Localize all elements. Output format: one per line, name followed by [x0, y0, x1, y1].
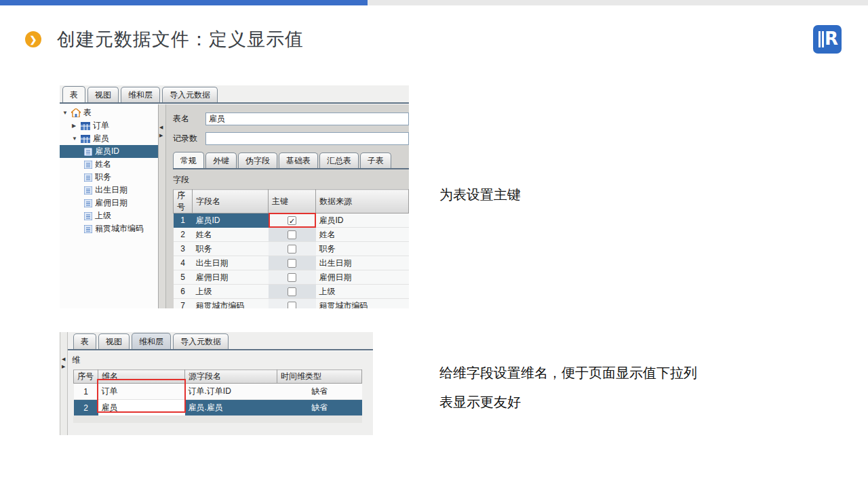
- field-icon: [84, 199, 92, 207]
- subtab-foreign-key[interactable]: 外键: [205, 152, 237, 168]
- col-header-primary-key[interactable]: 主键: [269, 190, 316, 214]
- subtab-pseudo-field[interactable]: 伪字段: [238, 152, 277, 168]
- fields-section-label: 字段: [173, 174, 409, 186]
- tree-field-label: 职务: [95, 171, 111, 183]
- table-row[interactable]: 4 出生日期 出生日期: [174, 256, 409, 270]
- collapse-left-icon[interactable]: ◀: [62, 357, 65, 362]
- tree-field-hiredate[interactable]: 雇佣日期: [60, 197, 158, 209]
- table-row[interactable]: 2 雇员 雇员.雇员 缺省: [74, 400, 362, 416]
- record-count-input[interactable]: [205, 132, 409, 145]
- table-row[interactable]: 1 订单 订单.订单ID 缺省: [74, 384, 362, 400]
- table-row[interactable]: 2 姓名 姓名: [174, 228, 409, 242]
- primary-key-cell: ✓: [269, 214, 316, 228]
- table-name-label: 表名: [173, 113, 205, 125]
- row-source-field: 订单.订单ID: [185, 384, 277, 400]
- tab-table[interactable]: 表: [62, 86, 85, 102]
- table-row[interactable]: 1 雇员ID ✓ 雇员ID: [174, 214, 409, 228]
- subtab-base-table[interactable]: 基础表: [279, 152, 318, 168]
- collapse-left-icon[interactable]: ◀: [159, 125, 163, 130]
- tree-field-label: 雇员ID: [95, 146, 119, 157]
- tree-field-citycode[interactable]: 籍贯城市编码: [60, 222, 158, 235]
- tree-node-label: 订单: [93, 120, 109, 131]
- checkbox-unchecked[interactable]: [288, 259, 296, 268]
- primary-key-cell: [269, 270, 316, 285]
- tree-field-name[interactable]: 姓名: [60, 158, 158, 171]
- col-header-time-dim-type[interactable]: 时间维类型: [277, 370, 362, 384]
- tree-field-employee-id[interactable]: 雇员ID: [60, 145, 158, 158]
- tree-field-birthdate[interactable]: 出生日期: [60, 184, 158, 197]
- col-header-dim-name[interactable]: 维名: [98, 370, 185, 384]
- row-no: 4: [174, 256, 193, 270]
- table-row[interactable]: 7 籍贯城市编码 籍贯城市编码: [174, 299, 409, 309]
- subtab-summary-table[interactable]: 汇总表: [319, 152, 359, 168]
- checkbox-unchecked[interactable]: [288, 245, 296, 253]
- row-dim-name-editing[interactable]: 雇员: [98, 400, 185, 416]
- dimensions-table: 序号 维名 源字段名 时间维类型 1 订单 订单.订单ID 缺省 2 雇员 雇员…: [73, 369, 362, 416]
- checkbox-unchecked[interactable]: [288, 302, 296, 308]
- collapsed-twisty-icon[interactable]: ▶: [72, 123, 78, 129]
- tree-field-label: 出生日期: [95, 184, 127, 196]
- table-row[interactable]: 6 上级 上级: [174, 285, 409, 299]
- table-empty-area: [73, 416, 362, 423]
- field-icon: [84, 186, 92, 195]
- panel-splitter[interactable]: ◀ ▶: [159, 104, 166, 308]
- side-splitter-strip[interactable]: ◀ ▶: [60, 332, 68, 435]
- table-detail-form: 表名 记录数 常规 外键 伪字段 基础表 汇总表 子表 字段: [166, 104, 409, 308]
- checkbox-checked[interactable]: ✓: [288, 216, 296, 225]
- row-source-field: 雇员.雇员: [185, 400, 277, 416]
- tab-import-metadata[interactable]: 导入元数据: [162, 87, 218, 102]
- tree-node-root[interactable]: ▼ 表: [60, 106, 158, 119]
- table-row[interactable]: 3 职务 职务: [174, 242, 409, 256]
- row-data-source: 职务: [316, 242, 409, 256]
- collapse-right-icon[interactable]: ▶: [62, 364, 65, 369]
- row-no: 3: [174, 242, 193, 256]
- logo-bar-icon: [818, 31, 821, 47]
- row-field-name: 出生日期: [193, 256, 269, 270]
- tab-view[interactable]: 视图: [98, 333, 130, 349]
- row-field-name: 上级: [193, 285, 269, 299]
- expanded-twisty-icon[interactable]: ▼: [62, 110, 68, 116]
- row-no: 1: [174, 214, 193, 228]
- tab-dimension-layer[interactable]: 维和层: [121, 87, 160, 102]
- tree-field-superior[interactable]: 上级: [60, 209, 158, 222]
- checkbox-unchecked[interactable]: [288, 273, 296, 282]
- row-field-name: 职务: [193, 242, 269, 256]
- annotation-line: 给维字段设置维名，便于页面显示值下拉列: [439, 359, 697, 388]
- collapse-right-icon[interactable]: ▶: [159, 133, 163, 138]
- row-data-source: 姓名: [316, 228, 409, 242]
- tab-import-metadata[interactable]: 导入元数据: [173, 333, 229, 349]
- tree-node-employees[interactable]: ▼ 雇员: [60, 132, 158, 145]
- field-icon: [84, 212, 92, 220]
- field-icon: [84, 161, 92, 169]
- col-header-data-source[interactable]: 数据来源: [316, 190, 409, 214]
- col-header-field-name[interactable]: 字段名: [193, 190, 269, 214]
- primary-key-cell: [269, 299, 316, 309]
- row-field-name: 雇佣日期: [193, 270, 269, 285]
- row-no: 5: [174, 270, 193, 285]
- home-icon: [71, 108, 81, 117]
- table-row[interactable]: 5 雇佣日期 雇佣日期: [174, 270, 409, 285]
- tab-view[interactable]: 视图: [87, 87, 119, 102]
- metadata-editor-screenshot: 表 视图 维和层 导入元数据 ▼ 表 ▶ 订单 ▼ 雇员: [60, 85, 409, 308]
- subtab-sub-table[interactable]: 子表: [360, 152, 391, 168]
- checkbox-unchecked[interactable]: [288, 287, 296, 296]
- tree-field-label: 上级: [95, 210, 111, 222]
- subtab-general[interactable]: 常规: [173, 152, 204, 168]
- page-title: 创建元数据文件：定义显示值: [57, 27, 304, 52]
- tab-dimension-layer[interactable]: 维和层: [132, 333, 171, 349]
- logo-letter: R: [825, 28, 838, 49]
- tree-node-orders[interactable]: ▶ 订单: [60, 119, 158, 132]
- tab-table[interactable]: 表: [73, 333, 96, 349]
- table-name-input[interactable]: [205, 113, 409, 125]
- tree-field-label: 籍贯城市编码: [95, 223, 144, 235]
- col-header-no[interactable]: 序号: [174, 190, 193, 214]
- primary-key-cell: [269, 285, 316, 299]
- primary-key-cell: [269, 242, 316, 256]
- col-header-no[interactable]: 序号: [74, 370, 98, 384]
- checkbox-unchecked[interactable]: [288, 230, 296, 239]
- col-header-source-field[interactable]: 源字段名: [185, 370, 277, 384]
- row-field-name: 籍贯城市编码: [193, 299, 269, 309]
- expanded-twisty-icon[interactable]: ▼: [72, 136, 78, 142]
- dimension-editor-screenshot: ◀ ▶ 表 视图 维和层 导入元数据 维 序号 维名 源字段名 时间维类型: [60, 332, 373, 435]
- tree-field-title[interactable]: 职务: [60, 171, 158, 184]
